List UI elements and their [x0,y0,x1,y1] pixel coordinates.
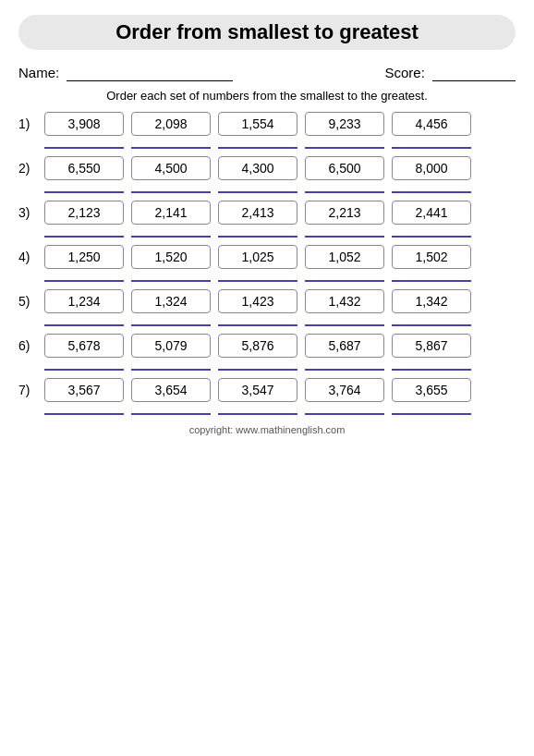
answer-blank-5-1[interactable] [44,317,124,326]
answer-blank-4-4[interactable] [305,273,384,282]
number-box-6-4: 5,687 [305,334,384,358]
answer-blank-1-1[interactable] [44,140,124,149]
number-box-5-1: 1,234 [44,289,124,313]
problem-number-3: 3) [18,205,44,220]
answer-blank-6-5[interactable] [392,361,471,371]
number-box-3-3: 2,413 [218,201,297,225]
number-box-1-3: 1,554 [218,112,297,136]
problem-7: 7)3,5673,6543,5473,7643,655 [18,378,516,415]
number-box-4-4: 1,052 [305,245,384,269]
number-box-6-1: 5,678 [44,334,124,358]
name-label: Name: [18,65,59,80]
number-box-4-2: 1,520 [131,245,211,269]
number-box-5-3: 1,423 [218,289,297,313]
number-box-7-1: 3,567 [44,378,124,402]
answer-blank-4-2[interactable] [131,273,211,282]
answer-blank-2-4[interactable] [305,184,384,193]
answer-blank-6-1[interactable] [44,361,124,371]
number-box-2-1: 6,550 [44,156,124,180]
answer-blank-4-3[interactable] [218,273,297,282]
problem-number-6: 6) [18,338,44,353]
answer-blank-4-5[interactable] [392,273,471,282]
answer-blank-1-5[interactable] [392,140,471,149]
instructions: Order each set of numbers from the small… [18,89,516,103]
answer-blank-6-2[interactable] [131,361,211,371]
answer-blank-3-3[interactable] [218,228,297,238]
number-box-3-4: 2,213 [305,201,384,225]
answer-blank-3-2[interactable] [131,228,211,238]
page-title: Order from smallest to greatest [18,15,516,50]
problem-1: 1)3,9082,0981,5549,2334,456 [18,112,516,149]
number-box-2-4: 6,500 [305,156,384,180]
number-box-3-2: 2,141 [131,201,211,225]
answer-blank-1-2[interactable] [131,140,211,149]
problem-6: 6)5,6785,0795,8765,6875,867 [18,334,516,371]
number-box-2-3: 4,300 [218,156,297,180]
number-box-6-3: 5,876 [218,334,297,358]
number-box-1-4: 9,233 [305,112,384,136]
answer-blank-7-2[interactable] [131,406,211,415]
answer-blank-7-4[interactable] [305,406,384,415]
problem-number-2: 2) [18,161,44,176]
number-box-4-1: 1,250 [44,245,124,269]
answer-blank-5-5[interactable] [392,317,471,326]
answer-blank-5-4[interactable] [305,317,384,326]
problem-5: 5)1,2341,3241,4231,4321,342 [18,289,516,326]
answer-blank-7-3[interactable] [218,406,297,415]
number-box-4-3: 1,025 [218,245,297,269]
number-box-3-5: 2,441 [392,201,471,225]
problems-container: 1)3,9082,0981,5549,2334,4562)6,5504,5004… [18,112,516,415]
answer-blank-1-4[interactable] [305,140,384,149]
answer-blank-7-5[interactable] [392,406,471,415]
problem-number-1: 1) [18,116,44,131]
problem-4: 4)1,2501,5201,0251,0521,502 [18,245,516,282]
number-box-7-4: 3,764 [305,378,384,402]
problem-number-5: 5) [18,294,44,309]
answer-blank-2-2[interactable] [131,184,211,193]
answer-blank-3-5[interactable] [392,228,471,238]
number-box-7-2: 3,654 [131,378,211,402]
number-box-3-1: 2,123 [44,201,124,225]
number-box-6-5: 5,867 [392,334,471,358]
answer-blank-6-4[interactable] [305,361,384,371]
problem-number-4: 4) [18,250,44,264]
number-box-4-5: 1,502 [392,245,471,269]
answer-blank-2-1[interactable] [44,184,124,193]
number-box-5-2: 1,324 [131,289,211,313]
number-box-7-5: 3,655 [392,378,471,402]
answer-blank-3-1[interactable] [44,228,124,238]
answer-blank-5-2[interactable] [131,317,211,326]
problem-number-7: 7) [18,383,44,397]
answer-blank-2-5[interactable] [392,184,471,193]
number-box-5-5: 1,342 [392,289,471,313]
number-box-2-2: 4,500 [131,156,211,180]
answer-blank-6-3[interactable] [218,361,297,371]
answer-blank-1-3[interactable] [218,140,297,149]
answer-blank-4-1[interactable] [44,273,124,282]
answer-blank-3-4[interactable] [305,228,384,238]
number-box-1-1: 3,908 [44,112,124,136]
number-box-5-4: 1,432 [305,289,384,313]
score-line [432,65,516,81]
number-box-7-3: 3,547 [218,378,297,402]
problem-2: 2)6,5504,5004,3006,5008,000 [18,156,516,193]
number-box-1-5: 4,456 [392,112,471,136]
answer-blank-2-3[interactable] [218,184,297,193]
number-box-2-5: 8,000 [392,156,471,180]
name-line [67,65,233,81]
number-box-6-2: 5,079 [131,334,211,358]
answer-blank-5-3[interactable] [218,317,297,326]
score-label: Score: [384,65,424,80]
answer-blank-7-1[interactable] [44,406,124,415]
number-box-1-2: 2,098 [131,112,211,136]
problem-3: 3)2,1232,1412,4132,2132,441 [18,201,516,238]
copyright: copyright: www.mathinenglish.com [18,424,516,435]
